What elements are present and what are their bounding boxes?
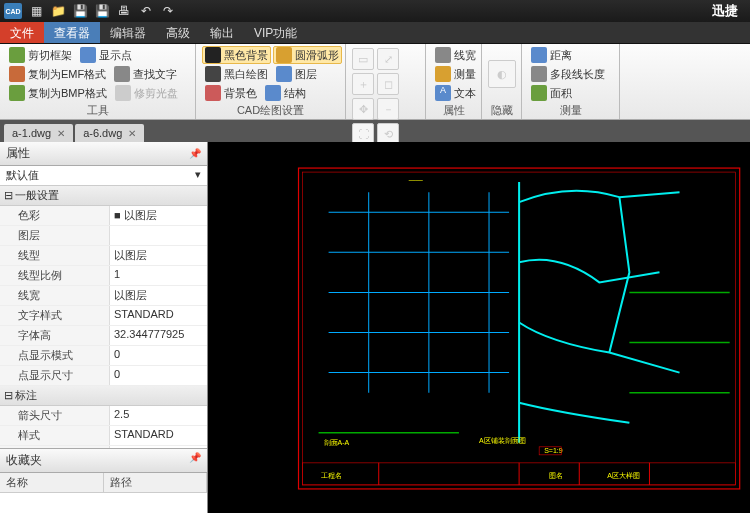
menu-vip[interactable]: VIP功能 <box>244 22 307 43</box>
menu-editor[interactable]: 编辑器 <box>100 22 156 43</box>
bg-color-button[interactable]: 背景色 <box>202 84 260 102</box>
polyline-length-button[interactable]: 多段线长度 <box>528 65 613 83</box>
hide-toggle-icon[interactable]: ◐ <box>488 60 516 88</box>
group-caddraw-label: CAD绘图设置 <box>202 102 339 119</box>
favorites-header: 收藏夹 📌 <box>0 448 207 473</box>
section-label: A区铺装剖面图 <box>479 437 526 444</box>
tab-a6[interactable]: a-6.dwg✕ <box>75 124 144 142</box>
pin-icon[interactable]: 📌 <box>189 148 201 159</box>
drawing-canvas[interactable]: 工程名 图名 A区大样图 <box>208 142 750 513</box>
properties-header: 属性 📌 <box>0 142 207 166</box>
close-icon[interactable]: ✕ <box>128 128 136 139</box>
minus-icon: ⊟ <box>4 389 13 402</box>
dim-text: —— <box>409 176 423 183</box>
copy-bmp-button[interactable]: 复制为BMP格式 <box>6 84 110 102</box>
new-icon[interactable]: ▦ <box>28 3 44 19</box>
arc-smooth-button[interactable]: 圆滑弧形 <box>273 46 342 64</box>
trim-disc-button[interactable]: 修剪光盘 <box>112 84 181 102</box>
save-all-icon[interactable]: 💾 <box>94 3 110 19</box>
layer-button[interactable]: 图层 <box>273 65 320 83</box>
title-bar: CAD ▦ 📁 💾 💾 🖶 ↶ ↷ 迅捷 <box>0 0 750 22</box>
minus-icon: ⊟ <box>4 189 13 202</box>
tb-project: 工程名 <box>321 472 342 479</box>
ribbon: 剪切框架 显示点 复制为EMF格式 查找文字 复制为BMP格式 修剪光盘 工具 … <box>0 44 750 120</box>
chevron-down-icon: ▾ <box>195 168 201 183</box>
print-icon[interactable]: 🖶 <box>116 3 132 19</box>
measure-button[interactable]: 测量 <box>432 65 475 83</box>
scale-label: S=1:9 <box>544 447 563 454</box>
menu-viewer[interactable]: 查看器 <box>44 22 100 43</box>
zoom-extents-icon[interactable]: ⤢ <box>377 48 399 70</box>
clip-frame-button[interactable]: 剪切框架 <box>6 46 75 64</box>
group-measure-label: 测量 <box>528 102 613 119</box>
redo-icon[interactable]: ↷ <box>160 3 176 19</box>
menu-file[interactable]: 文件 <box>0 22 44 43</box>
menu-bar: 文件 查看器 编辑器 高级 输出 VIP功能 <box>0 22 750 44</box>
pin-icon[interactable]: 📌 <box>189 452 201 469</box>
bw-draw-button[interactable]: 黑白绘图 <box>202 65 271 83</box>
section-dim[interactable]: ⊟标注 <box>0 386 207 406</box>
structure-button[interactable]: 结构 <box>262 84 309 102</box>
zoom-out-icon[interactable]: － <box>377 98 399 120</box>
menu-output[interactable]: 输出 <box>200 22 244 43</box>
text-button[interactable]: A文本 <box>432 84 475 102</box>
save-icon[interactable]: 💾 <box>72 3 88 19</box>
close-icon[interactable]: ✕ <box>57 128 65 139</box>
properties-panel: 属性 📌 默认值▾ ⊟一般设置 色彩■ 以图层 图层 线型以图层 线型比例1 线… <box>0 142 208 513</box>
show-point-button[interactable]: 显示点 <box>77 46 135 64</box>
zoom-window-icon[interactable]: ▭ <box>352 48 374 70</box>
tb-ref: A区大样图 <box>607 472 640 479</box>
area-button[interactable]: 面积 <box>528 84 613 102</box>
default-value-row[interactable]: 默认值▾ <box>0 166 207 186</box>
section-a: 剖面A-A <box>324 439 350 446</box>
favorites-columns: 名称 路径 <box>0 473 207 493</box>
pan-icon[interactable]: ✥ <box>352 98 374 120</box>
menu-advanced[interactable]: 高级 <box>156 22 200 43</box>
tab-a1[interactable]: a-1.dwg✕ <box>4 124 73 142</box>
distance-button[interactable]: 距离 <box>528 46 613 64</box>
select-icon[interactable]: ◻ <box>377 73 399 95</box>
favorites-list <box>0 493 207 513</box>
tb-drawing: 图名 <box>549 472 563 479</box>
group-tools-label: 工具 <box>6 102 189 119</box>
zoom-in-icon[interactable]: ＋ <box>352 73 374 95</box>
app-title: 迅捷 <box>712 2 746 20</box>
linewidth-button[interactable]: 线宽 <box>432 46 475 64</box>
open-icon[interactable]: 📁 <box>50 3 66 19</box>
app-icon: CAD <box>4 3 22 19</box>
section-general[interactable]: ⊟一般设置 <box>0 186 207 206</box>
group-attr-label: 属性 <box>432 102 475 119</box>
black-bg-button[interactable]: 黑色背景 <box>202 46 271 64</box>
find-text-button[interactable]: 查找文字 <box>111 65 180 83</box>
copy-emf-button[interactable]: 复制为EMF格式 <box>6 65 109 83</box>
undo-icon[interactable]: ↶ <box>138 3 154 19</box>
group-hide-label: 隐藏 <box>488 102 515 119</box>
